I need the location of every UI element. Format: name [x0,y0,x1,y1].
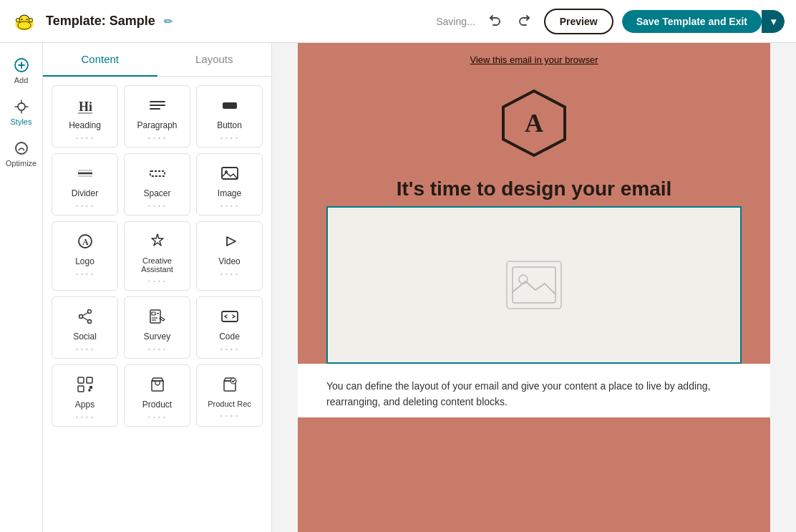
saving-status: Saving... [436,16,475,27]
header: Template: Sample ✏ Saving... Preview Sav… [0,0,796,43]
edit-icon[interactable]: ✏ [164,15,173,28]
block-code-label: Code [219,332,240,342]
block-code[interactable]: Code • • • • [196,296,263,359]
svg-rect-39 [78,386,84,392]
svg-point-7 [29,18,32,21]
svg-rect-48 [507,261,561,309]
apps-icon [75,374,95,395]
sidebar-item-add[interactable]: Add [2,52,41,90]
add-icon [14,57,29,73]
block-paragraph[interactable]: Paragraph • • • • [124,85,190,147]
block-product[interactable]: Product • • • • [124,364,190,427]
block-video[interactable]: Video • • • • [196,221,263,291]
preview-button[interactable]: Preview [544,9,613,34]
svg-rect-38 [87,377,92,383]
hex-logo-svg: A [498,87,570,159]
email-heading-section: It's time to design your email [298,166,770,206]
svg-point-28 [79,315,82,319]
save-dropdown-button[interactable]: ▾ [762,10,785,33]
tab-content[interactable]: Content [43,43,157,77]
blocks-grid: Hi Heading • • • • Paragraph • • • • [43,77,271,435]
sidebar-add-label: Add [14,76,29,84]
block-image[interactable]: Image • • • • [196,153,263,216]
sidebar-styles-label: Styles [11,117,32,126]
block-social-label: Social [73,332,97,342]
block-creative-assistant[interactable]: Creative Assistant • • • • [124,221,190,291]
svg-rect-40 [89,386,92,389]
svg-rect-32 [152,312,155,315]
product-rec-icon [220,374,240,395]
svg-point-45 [230,378,236,384]
image-placeholder-icon [505,260,563,310]
tab-layouts[interactable]: Layouts [157,43,272,77]
svg-point-5 [18,21,31,29]
svg-point-6 [16,18,19,21]
block-product-label: Product [142,400,172,410]
svg-text:A: A [525,109,543,137]
block-divider[interactable]: Divider • • • • [52,153,118,216]
email-main-heading: It's time to design your email [326,178,742,200]
heading-icon: Hi [75,95,95,116]
svg-marker-25 [227,237,236,246]
svg-rect-37 [78,377,84,383]
email-image-block[interactable] [326,206,742,364]
save-template-button[interactable]: Save Template and Exit [622,10,762,33]
code-icon [220,306,240,327]
svg-point-27 [87,320,91,324]
block-creative-assistant-label: Creative Assistant [129,256,185,274]
block-product-rec-label: Product Rec [208,400,251,408]
block-logo-label: Logo [75,256,94,266]
svg-point-9 [18,103,25,110]
svg-rect-43 [152,381,163,391]
svg-rect-16 [223,102,237,109]
block-survey[interactable]: Survey • • • • [124,296,190,359]
svg-rect-20 [150,171,165,176]
svg-text:A: A [82,237,89,247]
svg-text:Hi: Hi [79,100,92,114]
email-logo-section: A [298,73,770,166]
block-apps-label: Apps [75,400,94,410]
creative-assistant-icon [147,231,168,252]
survey-icon [147,306,168,327]
block-product-rec[interactable]: Product Rec • • • • [196,364,263,427]
block-divider-label: Divider [72,188,98,198]
block-spacer[interactable]: Spacer • • • • [124,153,190,216]
logo-icon: A [75,231,95,252]
block-heading[interactable]: Hi Heading • • • • [52,85,118,147]
svg-point-26 [87,310,91,314]
header-title: Template: Sample [46,14,155,29]
button-icon [220,95,240,116]
email-canvas: View this email in your browser A It's t… [298,43,770,532]
styles-icon [14,99,29,115]
view-browser-link[interactable]: View this email in your browser [470,54,598,65]
canvas-area: View this email in your browser A It's t… [272,43,796,532]
optimize-icon [14,140,29,156]
content-panel: Content Layouts Hi Heading • • • • [43,43,272,532]
redo-button[interactable] [514,9,535,34]
sidebar-item-optimize[interactable]: Optimize [2,135,41,173]
email-view-browser-section: View this email in your browser [298,43,770,73]
block-video-label: Video [218,256,240,266]
body-layout: Add Styles Optimize Content Layouts Hi H… [0,43,796,532]
email-body-text: You can define the layout of your email … [326,378,742,410]
image-icon [220,163,240,184]
paragraph-icon [147,95,168,116]
svg-line-29 [82,313,87,316]
divider-icon [75,163,95,184]
svg-line-30 [82,317,87,320]
email-body-text-section: You can define the layout of your email … [298,364,770,417]
save-button-group: Save Template and Exit ▾ [622,10,785,33]
sidebar-icons: Add Styles Optimize [0,43,43,532]
block-apps[interactable]: Apps • • • • [52,364,118,427]
block-survey-label: Survey [144,332,170,342]
svg-rect-33 [157,313,159,314]
undo-button[interactable] [484,9,505,34]
block-social[interactable]: Social • • • • [52,296,118,359]
block-heading-label: Heading [69,120,101,130]
block-button[interactable]: Button • • • • [196,85,263,147]
sidebar-item-styles[interactable]: Styles [2,93,41,132]
mailchimp-logo [11,9,37,34]
block-logo[interactable]: A Logo • • • • [52,221,118,291]
svg-rect-21 [222,168,238,179]
product-icon [147,374,168,395]
